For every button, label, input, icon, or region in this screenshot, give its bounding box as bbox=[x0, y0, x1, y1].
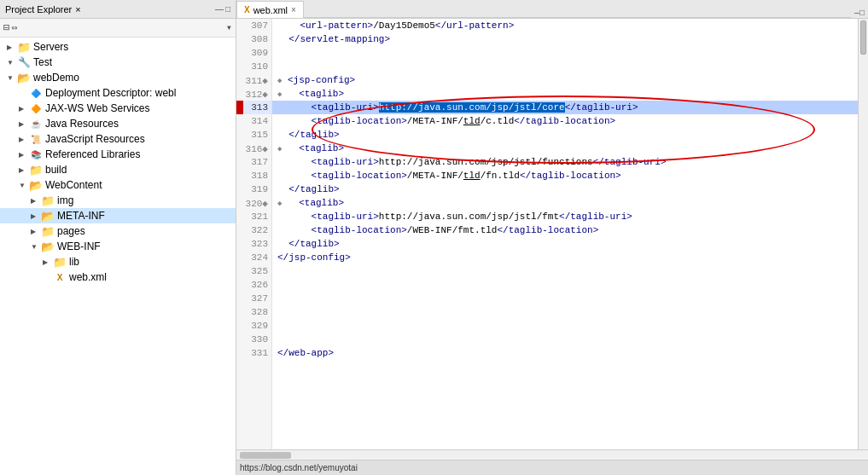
tree-label-meta-inf: META-INF bbox=[57, 210, 105, 222]
editor-tab-webxml[interactable]: X web.xml × bbox=[236, 1, 304, 18]
code-line-327 bbox=[272, 292, 858, 305]
line-312: 312◆ bbox=[236, 87, 271, 101]
code-line-324: </jsp-config> bbox=[272, 251, 858, 264]
explorer-toolbar: ⊟ ⇔ ▾ bbox=[0, 19, 236, 38]
maximize-icon[interactable]: □ bbox=[225, 4, 230, 14]
tree-item-test[interactable]: ▼ 🔧 Test bbox=[0, 55, 236, 70]
tree-item-js-res[interactable]: ▶ 📜 JavaScript Resources bbox=[0, 131, 236, 147]
code-lines: <url-pattern>/Day15Demo5</url-pattern> <… bbox=[272, 19, 858, 360]
horizontal-scrollbar[interactable] bbox=[236, 449, 868, 460]
folder-icon-pages: 📁 bbox=[41, 224, 55, 238]
tree-item-meta-inf[interactable]: ▶ 📂 META-INF bbox=[0, 208, 236, 223]
tree-label-ref-lib: Referenced Libraries bbox=[45, 148, 140, 160]
line-325: 325 bbox=[236, 264, 271, 278]
code-line-331: </web-app> bbox=[272, 346, 858, 360]
tree-label-webcontent: WebContent bbox=[45, 179, 102, 191]
tab-close-icon[interactable]: × bbox=[291, 5, 296, 14]
tree-label-build: build bbox=[45, 164, 67, 176]
tree-arrow-servers: ▶ bbox=[7, 43, 17, 51]
panel-title: Project Explorer bbox=[5, 4, 72, 14]
code-line-313: <taglib-uri>http://java.sun.com/jsp/jstl… bbox=[272, 101, 858, 114]
tree-label-js-res: JavaScript Resources bbox=[45, 133, 145, 145]
code-line-311: ◆<jsp-config> bbox=[272, 73, 858, 87]
line-314: 314 bbox=[236, 114, 271, 128]
line-307: 307 bbox=[236, 19, 271, 32]
tree-item-web-inf[interactable]: ▼ 📂 WEB-INF bbox=[0, 239, 236, 254]
line-310: 310 bbox=[236, 60, 271, 73]
line-328: 328 bbox=[236, 305, 271, 319]
line-308: 308 bbox=[236, 32, 271, 46]
h-scrollbar-thumb[interactable] bbox=[240, 452, 291, 459]
code-line-309 bbox=[272, 46, 858, 60]
code-line-323: </taglib> bbox=[272, 237, 858, 251]
tree-item-webxml[interactable]: X web.xml bbox=[0, 269, 236, 285]
tree-arrow-test: ▼ bbox=[7, 59, 17, 67]
tree-item-jaxws[interactable]: ▶ 🔶 JAX-WS Web Services bbox=[0, 101, 236, 116]
editor-tab-bar: X web.xml × — □ bbox=[236, 0, 868, 19]
tree-label-web-inf: WEB-INF bbox=[57, 240, 101, 252]
tree-item-build[interactable]: ▶ 📁 build bbox=[0, 162, 236, 177]
tree-arrow-js-res: ▶ bbox=[19, 136, 29, 143]
close-icon[interactable]: × bbox=[75, 4, 80, 14]
tree-arrow-jaxws: ▶ bbox=[19, 105, 29, 113]
tree-arrow-webdemo: ▼ bbox=[7, 74, 17, 82]
line-311: 311◆ bbox=[236, 73, 271, 87]
tree-item-deploy[interactable]: 🔷 Deployment Descriptor: webl bbox=[0, 85, 236, 101]
code-line-321: <taglib-uri>http://java.sun.com/jsp/jstl… bbox=[272, 210, 858, 223]
code-line-308: </servlet-mapping> bbox=[272, 32, 858, 46]
tree-label-deploy: Deployment Descriptor: webl bbox=[45, 87, 176, 99]
tree-item-ref-lib[interactable]: ▶ 📚 Referenced Libraries bbox=[0, 147, 236, 162]
java-res-icon: ☕ bbox=[29, 117, 43, 130]
folder-icon-web-inf: 📂 bbox=[41, 240, 55, 253]
tree-item-webcontent[interactable]: ▼ 📂 WebContent bbox=[0, 177, 236, 193]
vertical-scrollbar[interactable] bbox=[858, 19, 868, 449]
collapse-all-icon[interactable]: ⊟ bbox=[3, 21, 9, 34]
view-menu-icon[interactable]: ▾ bbox=[226, 21, 232, 34]
tree-item-pages[interactable]: ▶ 📁 pages bbox=[0, 223, 236, 239]
line-numbers: 307 308 309 310 311◆ 312◆ 313 314 315 31… bbox=[236, 19, 272, 449]
panel-header: Project Explorer × — □ bbox=[0, 0, 236, 19]
tree-arrow-build: ▶ bbox=[19, 166, 29, 174]
code-line-322: <taglib-location>/WEB-INF/fmt.tld</tagli… bbox=[272, 223, 858, 237]
tree-label-servers: Servers bbox=[33, 41, 68, 53]
editor-content-area: 307 308 309 310 311◆ 312◆ 313 314 315 31… bbox=[236, 19, 868, 449]
tree-item-servers[interactable]: ▶ 📁 Servers bbox=[0, 39, 236, 55]
tree-label-pages: pages bbox=[57, 225, 85, 237]
code-line-330 bbox=[272, 333, 858, 346]
code-line-317: <taglib-uri>http://java.sun.com/jsp/jstl… bbox=[272, 155, 858, 169]
scrollbar-thumb[interactable] bbox=[860, 20, 866, 55]
code-line-310 bbox=[272, 60, 858, 73]
tree-item-java-res[interactable]: ▶ ☕ Java Resources bbox=[0, 116, 236, 131]
code-line-328 bbox=[272, 305, 858, 319]
tree-item-webdemo[interactable]: ▼ 📂 webDemo bbox=[0, 70, 236, 85]
xml-file-icon: X bbox=[53, 270, 67, 284]
line-330: 330 bbox=[236, 333, 271, 346]
project-explorer-panel: Project Explorer × — □ ⊟ ⇔ ▾ ▶ 📁 Servers… bbox=[0, 0, 236, 475]
tree-arrow-ref-lib: ▶ bbox=[19, 151, 29, 159]
code-line-307: <url-pattern>/Day15Demo5</url-pattern> bbox=[272, 19, 858, 32]
tree-label-webdemo: webDemo bbox=[33, 72, 79, 84]
link-editor-icon[interactable]: ⇔ bbox=[11, 21, 17, 34]
tree-item-lib[interactable]: ▶ 📁 lib bbox=[0, 254, 236, 269]
project-tree: ▶ 📁 Servers ▼ 🔧 Test ▼ 📂 webDemo 🔷 Deplo… bbox=[0, 38, 236, 475]
tree-arrow-img: ▶ bbox=[31, 197, 41, 205]
minimize-icon[interactable]: — bbox=[215, 4, 224, 14]
line-331: 331 bbox=[236, 346, 271, 360]
code-line-320: ◆ <taglib> bbox=[272, 196, 858, 210]
tree-label-lib: lib bbox=[69, 256, 79, 268]
folder-icon-servers: 📁 bbox=[17, 40, 31, 54]
code-line-316: ◆ <taglib> bbox=[272, 142, 858, 155]
line-321: 321 bbox=[236, 210, 271, 223]
code-line-312: ◆ <taglib> bbox=[272, 87, 858, 101]
line-319: 319 bbox=[236, 182, 271, 196]
tree-arrow-webcontent: ▼ bbox=[19, 182, 29, 189]
editor-maximize-icon[interactable]: □ bbox=[859, 9, 865, 18]
tab-xml-icon: X bbox=[244, 5, 250, 14]
tree-label-webxml: web.xml bbox=[69, 271, 107, 283]
code-line-325 bbox=[272, 264, 858, 278]
tree-label-jaxws: JAX-WS Web Services bbox=[45, 102, 149, 114]
code-line-318: <taglib-location>/META-INF/tld/fn.tld</t… bbox=[272, 169, 858, 182]
code-area[interactable]: <url-pattern>/Day15Demo5</url-pattern> <… bbox=[272, 19, 858, 449]
tree-item-img[interactable]: ▶ 📁 img bbox=[0, 193, 236, 208]
tree-arrow-web-inf: ▼ bbox=[31, 243, 41, 251]
